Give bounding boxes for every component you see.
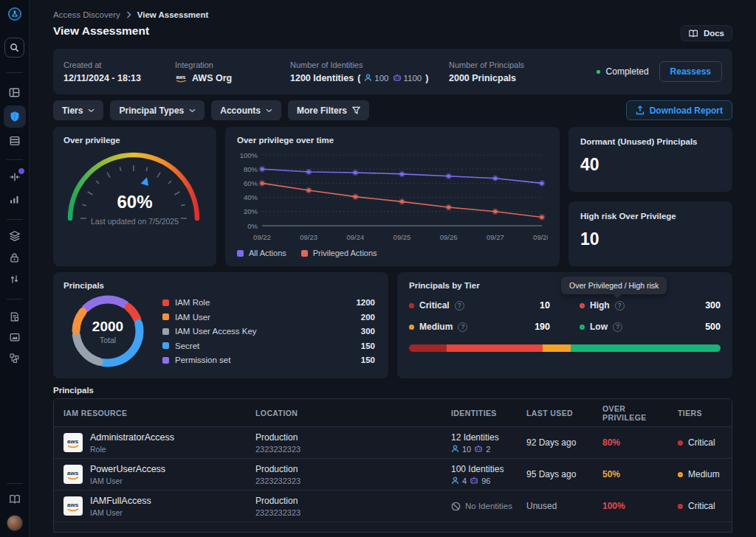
sidebar-item-reports[interactable] (8, 310, 21, 323)
last-used-value: 95 Days ago (517, 469, 593, 479)
filter-toolbar: Tiers Principal Types Accounts More Filt… (53, 100, 732, 120)
tier-label: Medium (688, 469, 720, 479)
svg-text:09/23: 09/23 (300, 233, 317, 241)
col-tiers: TIERS (668, 409, 732, 418)
sidebar-item-dashboard[interactable] (8, 86, 21, 99)
help-icon[interactable]: ? (455, 301, 464, 311)
search-button[interactable] (4, 38, 24, 58)
tier-ring-icon (678, 504, 683, 509)
sidebar-item-transfers[interactable] (8, 272, 21, 285)
page-title: View Assessment (53, 24, 732, 38)
col-over-privilege: OVER PRIVILEGE (593, 404, 668, 422)
download-report-button[interactable]: Download Report (626, 100, 732, 120)
created-at-group: Created at 12/11/2024 - 18:13 (63, 60, 175, 83)
docs-button[interactable]: Docs (681, 25, 732, 41)
user-avatar[interactable] (7, 515, 23, 531)
overview-cards-row: Over privilege 60% Last updated on 7/5/2… (53, 127, 732, 263)
account-id: 2323232323 (255, 477, 441, 485)
status-group: Completed (597, 66, 649, 77)
legend-privileged-actions: Privileged Actions (301, 249, 377, 257)
table-row[interactable]: aws AdministratorAccessRole Production23… (54, 427, 732, 459)
col-identities: IDENTITIES (441, 409, 517, 418)
app-logo-icon[interactable] (7, 7, 22, 21)
svg-text:09/22: 09/22 (253, 233, 271, 241)
last-used-value: Unused (517, 501, 593, 511)
tier-label: Critical (688, 437, 715, 448)
table-row[interactable]: aws PowerUserAccessIAM User Production23… (54, 459, 732, 491)
accounts-filter-button[interactable]: Accounts (211, 100, 281, 120)
sidebar-item-documentation[interactable] (8, 493, 21, 506)
breadcrumb: Access Discovery View Assessment (53, 10, 732, 19)
legend-permission-set: Permission set150 (162, 356, 375, 364)
svg-text:09/25: 09/25 (394, 233, 411, 241)
dormant-card-title: Dormant (Unused) Principals (580, 137, 721, 146)
gauge-card-title: Over privilege (63, 136, 206, 145)
table-header-row: IAM RESOURCE LOCATION IDENTITIES LAST US… (54, 399, 732, 427)
sidebar-item-gallery[interactable] (8, 330, 21, 344)
docs-button-label: Docs (704, 29, 724, 38)
help-icon[interactable]: ? (458, 322, 467, 332)
tier-cell: Critical (668, 437, 732, 448)
legend-secret: Secret150 (162, 342, 375, 350)
dormant-principals-card: Dormant (Unused) Principals 40 (568, 127, 732, 192)
robot-icon (474, 445, 483, 453)
help-icon[interactable]: ? (615, 301, 625, 311)
chevron-down-icon (88, 108, 94, 113)
created-at-label: Created at (63, 60, 175, 69)
sidebar-item-analytics[interactable] (8, 193, 21, 206)
svg-text:09/26: 09/26 (440, 233, 458, 241)
high-ring-icon (580, 303, 585, 308)
tier-distribution-bar (409, 344, 721, 352)
principals-card-title: Principals (63, 281, 378, 290)
tier-medium: Medium ? 190 (409, 322, 550, 332)
sidebar-item-inventory[interactable] (8, 134, 21, 148)
legend-all-actions: All Actions (237, 249, 286, 257)
human-identities-count: 100 (364, 74, 388, 83)
tier-cell: Medium (668, 469, 732, 479)
last-used-value: 92 Days ago (517, 437, 593, 448)
tier-cell: Critical (668, 501, 732, 511)
sidebar-divider (7, 219, 23, 220)
reassess-button[interactable]: Reassess (659, 61, 722, 82)
tier-grid: Critical ? 10 High ? 300 Medium ? (409, 300, 721, 332)
resource-type: IAM User (90, 477, 165, 485)
principals-donut-card: Principals 2000 Total IAM Role1200 IAM U… (53, 272, 388, 378)
robot-icon (470, 477, 478, 485)
help-icon[interactable]: ? (613, 322, 622, 332)
principals-table: IAM RESOURCE LOCATION IDENTITIES LAST US… (53, 398, 732, 533)
account-id: 2323232323 (255, 445, 441, 454)
identity-breakdown: 10 2 (451, 445, 517, 454)
person-icon (451, 445, 459, 453)
search-icon (10, 43, 19, 52)
gauge-last-updated: Last updated on 7/5/2025 (63, 217, 206, 226)
dormant-card-value: 40 (580, 155, 721, 175)
tier-tooltip: Over Privileged / High risk (561, 277, 667, 294)
donut-legend: IAM Role1200 IAM User200 IAM User Access… (162, 298, 378, 364)
breadcrumb-current: View Assessment (137, 10, 209, 19)
tier-ring-icon (678, 472, 683, 477)
sidebar-item-org-chart[interactable] (8, 351, 21, 364)
tiers-filter-button[interactable]: Tiers (53, 100, 103, 120)
svg-text:20%: 20% (244, 207, 258, 215)
table-row-partial (54, 522, 732, 532)
sidebar-item-layers[interactable] (8, 229, 21, 243)
tier-high: High ? 300 (580, 300, 721, 311)
sidebar-item-merge[interactable] (8, 170, 21, 184)
breadcrumb-parent[interactable]: Access Discovery (53, 10, 120, 19)
main-content: Access Discovery View Assessment View As… (30, 0, 756, 537)
paren-close: ) (425, 73, 428, 83)
svg-text:aws: aws (67, 470, 79, 477)
identities-group: Number of Identities 1200 Identities ( 1… (290, 60, 449, 83)
principals-cards-row: Principals 2000 Total IAM Role1200 IAM U… (53, 272, 732, 378)
sidebar-item-access-discovery-active[interactable] (4, 105, 26, 128)
high-risk-card-value: 10 (580, 229, 721, 249)
more-filters-button[interactable]: More Filters (288, 100, 369, 120)
table-row[interactable]: aws IAMFullAccessIAM User Production2323… (54, 491, 732, 522)
principal-types-filter-button[interactable]: Principal Types (110, 100, 205, 120)
person-icon (451, 477, 459, 485)
sidebar-divider (7, 483, 23, 484)
aws-logo-icon: aws (175, 74, 188, 83)
sidebar-item-secrets[interactable] (8, 251, 21, 264)
svg-text:100%: 100% (240, 151, 258, 159)
person-icon (364, 74, 372, 82)
